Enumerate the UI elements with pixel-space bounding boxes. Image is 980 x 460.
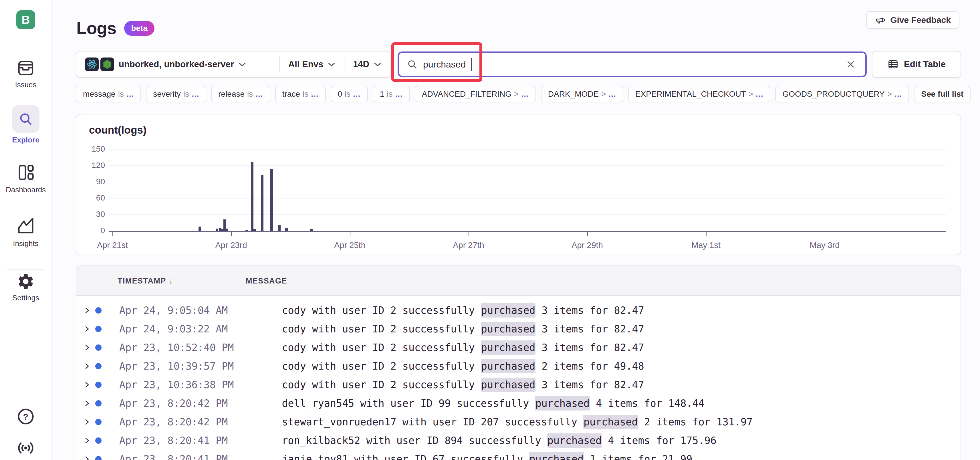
chart-bar	[278, 225, 281, 231]
x-axis-tick	[112, 231, 113, 236]
chevron-right-icon[interactable]	[84, 400, 90, 407]
sidebar: B Issues Explore D	[0, 0, 52, 460]
log-level-dot	[95, 419, 102, 425]
column-header-timestamp[interactable]: TIMESTAMP ↓	[118, 266, 173, 296]
filter-chip-experimental_checkout[interactable]: EXPERIMENTAL_CHECKOUT>...	[628, 86, 771, 102]
chevron-right-icon[interactable]	[84, 437, 90, 444]
org-avatar[interactable]: B	[16, 10, 35, 29]
log-timestamp: Apr 23, 8:20:41 PM	[119, 454, 228, 460]
x-axis-tick	[350, 231, 350, 236]
environment-selector[interactable]: All Envs	[280, 51, 344, 77]
chevron-right-icon[interactable]	[84, 326, 90, 333]
table-row[interactable]: Apr 23, 8:20:41 PM janie_toy81 with user…	[76, 450, 961, 460]
date-range-value: 14D	[353, 59, 369, 70]
date-range-selector[interactable]: 14D	[344, 51, 390, 77]
search-match-highlight: purchased	[529, 452, 584, 460]
y-axis-tick-label: 30	[78, 210, 105, 219]
sidebar-item-settings[interactable]: Settings	[0, 272, 51, 302]
filter-chip-release[interactable]: releaseis...	[211, 86, 270, 102]
column-header-message[interactable]: MESSAGE	[246, 266, 287, 296]
chevron-right-icon[interactable]	[84, 456, 90, 460]
y-axis-tick-label: 60	[78, 193, 105, 202]
edit-table-button[interactable]: Edit Table	[872, 51, 961, 78]
sidebar-item-explore[interactable]: Explore	[0, 105, 51, 145]
chart-gridline	[109, 166, 946, 166]
x-axis-tick-label: Apr 21st	[78, 240, 147, 250]
close-icon	[846, 59, 856, 69]
page-title: Logs	[76, 18, 116, 38]
filter-chip-trace[interactable]: traceis...	[275, 86, 326, 102]
sidebar-item-insights[interactable]: Insights	[0, 216, 51, 248]
chart-bar	[216, 229, 218, 231]
log-timestamp: Apr 23, 8:20:41 PM	[119, 435, 228, 446]
log-table-panel: TIMESTAMP ↓ MESSAGE Apr 24, 9:05:04 AM c…	[76, 266, 961, 460]
give-feedback-label: Give Feedback	[890, 15, 951, 25]
chevron-right-icon[interactable]	[84, 307, 90, 314]
svg-text:?: ?	[23, 412, 28, 421]
chart-bar	[251, 162, 253, 231]
y-axis-tick-label: 90	[78, 177, 105, 186]
help-button[interactable]: ?	[17, 407, 35, 426]
logs-page: B Issues Explore D	[0, 0, 980, 460]
dashboards-icon	[16, 162, 36, 183]
chevron-right-icon[interactable]	[84, 344, 90, 351]
filter-chip-0[interactable]: 0is...	[331, 86, 368, 102]
y-axis-tick-label: 150	[78, 145, 105, 154]
sort-desc-icon: ↓	[169, 276, 173, 285]
chevron-right-icon[interactable]	[84, 363, 90, 369]
chart-bar	[285, 228, 288, 231]
log-level-dot	[95, 326, 102, 332]
log-timestamp: Apr 24, 9:05:04 AM	[119, 305, 228, 316]
chart-gridline	[109, 149, 946, 150]
x-axis-tick-label: May 1st	[671, 240, 740, 250]
explore-active-pill	[12, 105, 40, 133]
filter-chip-severity[interactable]: severityis...	[146, 86, 206, 102]
see-full-list-button[interactable]: See full list	[914, 86, 970, 102]
give-feedback-button[interactable]: Give Feedback	[866, 11, 959, 29]
gear-icon	[17, 272, 35, 291]
sidebar-divider	[7, 269, 45, 270]
whats-new-button[interactable]	[17, 439, 35, 457]
chart-bar	[253, 229, 256, 231]
beta-badge: beta	[124, 21, 154, 36]
project-selector[interactable]: unborked, unborked-server	[76, 51, 279, 77]
y-axis-tick-label: 120	[78, 161, 105, 170]
chevron-right-icon[interactable]	[84, 381, 90, 388]
log-timestamp: Apr 23, 8:20:42 PM	[119, 398, 228, 409]
chevron-down-icon	[374, 62, 381, 67]
chart-gridline	[109, 181, 946, 182]
filter-chip-1[interactable]: 1is...	[373, 86, 410, 102]
log-level-dot	[95, 400, 102, 406]
x-axis-tick-label: Apr 27th	[434, 240, 503, 250]
log-level-dot	[95, 344, 102, 351]
log-search-input[interactable]: purchased	[398, 51, 867, 77]
filter-chips-row: messageis...severityis...releaseis...tra…	[76, 86, 980, 102]
x-axis-tick	[587, 231, 588, 236]
clear-search-button[interactable]	[844, 58, 857, 71]
sidebar-item-dashboards[interactable]: Dashboards	[0, 162, 51, 194]
log-timestamp: Apr 23, 10:39:57 PM	[119, 360, 234, 372]
sidebar-item-issues[interactable]: Issues	[0, 59, 51, 89]
chevron-right-icon[interactable]	[84, 419, 90, 425]
sidebar-item-label: Explore	[12, 135, 39, 145]
search-icon	[18, 111, 33, 126]
search-query-text: purchased	[423, 59, 466, 70]
chevron-down-icon	[239, 62, 246, 67]
bar-chart: 0306090120150Apr 21stApr 23rdApr 25thApr…	[76, 115, 961, 255]
chart-bar	[270, 169, 273, 231]
filter-chip-goods_productquery[interactable]: GOODS_PRODUCTQUERY>...	[775, 86, 909, 102]
log-timestamp: Apr 23, 10:36:38 PM	[119, 379, 234, 390]
log-level-dot	[95, 438, 102, 444]
x-axis-tick-label: Apr 23rd	[197, 240, 266, 250]
filter-chip-dark_mode[interactable]: DARK_MODE>...	[541, 86, 623, 102]
text-cursor	[471, 58, 472, 71]
filter-chip-message[interactable]: messageis...	[76, 86, 141, 102]
edit-table-label: Edit Table	[904, 59, 946, 70]
chart-bar	[199, 226, 201, 231]
filter-chip-advanced_filtering[interactable]: ADVANCED_FILTERING>...	[415, 86, 536, 102]
react-platform-icon	[85, 57, 99, 71]
search-icon	[407, 59, 417, 70]
project-selector-value: unborked, unborked-server	[119, 59, 234, 70]
log-rows: Apr 24, 9:05:04 AM cody with user ID 2 s…	[76, 296, 961, 460]
x-axis-tick	[469, 231, 469, 236]
